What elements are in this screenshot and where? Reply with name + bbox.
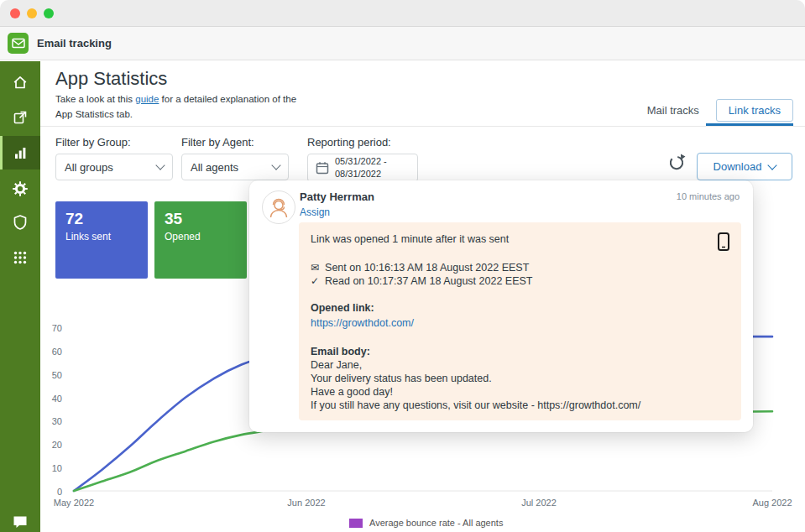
- minimize-window-button[interactable]: [27, 8, 37, 18]
- stat-value: 72: [65, 210, 138, 228]
- opened-link-label: Opened link:: [311, 301, 729, 315]
- stat-value: 35: [165, 210, 237, 228]
- zoom-window-button[interactable]: [44, 8, 54, 18]
- sidebar-item-security[interactable]: [0, 207, 40, 237]
- envelope-icon: [12, 38, 25, 49]
- filter-agent-label: Filter by Agent:: [181, 136, 254, 149]
- agent-select[interactable]: All agents: [181, 154, 289, 180]
- agent-select-value: All agents: [191, 161, 238, 174]
- chart-legend: Average bounce rate - All agents: [349, 518, 503, 528]
- reporting-period-value: 05/31/2022 - 08/31/2022: [335, 155, 402, 180]
- bar-chart-icon: [12, 144, 29, 161]
- download-button[interactable]: Download: [697, 153, 792, 180]
- status-text: Link was opened 1 minute after it was se…: [311, 232, 509, 246]
- refresh-button[interactable]: [667, 154, 686, 172]
- sidebar-item-settings[interactable]: [0, 174, 40, 204]
- filter-group-label: Filter by Group:: [55, 136, 131, 149]
- y-tick: 70: [52, 323, 62, 333]
- x-axis-label: May 2022: [54, 498, 94, 508]
- tab-link-tracks[interactable]: Link tracks: [716, 99, 793, 122]
- assign-link[interactable]: Assign: [300, 206, 330, 218]
- sent-text: Sent on 10:16:13 AM 18 August 2022 EEST: [325, 261, 529, 274]
- app-title: Email tracking: [37, 37, 112, 50]
- sidebar-item-feedback[interactable]: [0, 507, 40, 532]
- tracking-icon: [12, 109, 29, 126]
- email-body-line: Dear Jane,: [311, 358, 729, 372]
- email-body-label: Email body:: [311, 345, 729, 358]
- tab-mail-tracks[interactable]: Mail tracks: [640, 100, 706, 121]
- page-title: App Statistics: [55, 68, 167, 90]
- stat-label: Opened: [165, 231, 237, 243]
- shield-icon: [12, 214, 29, 231]
- check-icon: ✓: [311, 274, 319, 288]
- stat-card-links-sent: 72 Links sent: [55, 201, 148, 279]
- opened-link-url[interactable]: https://growthdot.com/: [311, 316, 729, 330]
- legend-label: Average bounce rate - All agents: [369, 518, 503, 528]
- support-agent-icon: [266, 195, 291, 220]
- tracking-details-box: Link was opened 1 minute after it was se…: [299, 222, 741, 420]
- reporting-period-input[interactable]: 05/31/2022 - 08/31/2022: [307, 154, 418, 182]
- y-tick: 10: [52, 463, 62, 473]
- y-tick: 30: [52, 416, 62, 426]
- timestamp: 10 minutes ago: [677, 191, 740, 201]
- reporting-period-label: Reporting period:: [307, 136, 391, 149]
- email-body-line: If you still have any questions, visit o…: [311, 399, 729, 412]
- chevron-down-icon: [155, 160, 165, 170]
- email-tracking-window: Email tracking: [0, 0, 805, 532]
- chevron-down-icon: [768, 160, 777, 170]
- y-tick: 40: [52, 394, 62, 404]
- chevron-down-icon: [271, 160, 280, 170]
- group-select-value: All groups: [65, 161, 113, 174]
- apps-grid-icon: [12, 249, 29, 266]
- sidebar-item-home[interactable]: [0, 67, 40, 97]
- chat-icon: [12, 514, 29, 530]
- page-subtitle: Take a look at this guide for a detailed…: [55, 92, 304, 123]
- sidebar-item-apps[interactable]: [0, 243, 40, 273]
- email-body-line: Your delivery status has been updated.: [311, 372, 729, 385]
- stat-label: Links sent: [65, 231, 138, 243]
- email-body-line: Have a good day!: [311, 385, 729, 399]
- envelope-icon: ✉: [311, 261, 319, 274]
- legend-swatch: [349, 519, 363, 528]
- tracks-tabs: Mail tracks Link tracks: [640, 99, 793, 122]
- stat-card-opened: 35 Opened: [154, 201, 247, 279]
- close-window-button[interactable]: [10, 8, 20, 18]
- window-titlebar: [0, 0, 805, 27]
- avatar: [262, 190, 295, 224]
- header-divider: [40, 126, 805, 127]
- read-text: Read on 10:17:37 AM 18 August 2022 EEST: [325, 274, 532, 288]
- sidebar: [0, 61, 40, 532]
- app-header: Email tracking: [0, 27, 805, 60]
- subtitle-text: Take a look at this: [55, 94, 135, 104]
- y-tick: 0: [57, 487, 62, 497]
- x-axis-label: Jul 2022: [521, 498, 557, 508]
- home-icon: [12, 74, 29, 91]
- y-axis-ticks: 70 60 50 40 30 20 10 0: [42, 323, 62, 497]
- app-logo: [8, 33, 29, 54]
- refresh-icon: [667, 154, 686, 172]
- author-name: Patty Herrman: [300, 190, 374, 203]
- y-tick: 50: [52, 370, 62, 380]
- phone-icon: [718, 232, 729, 251]
- download-button-label: Download: [714, 160, 762, 173]
- y-tick: 20: [52, 440, 62, 450]
- tracking-detail-popup: Patty Herrman Assign 10 minutes ago Link…: [249, 180, 753, 432]
- group-select[interactable]: All groups: [55, 154, 173, 180]
- calendar-icon: [316, 161, 329, 175]
- x-axis-label: Jun 2022: [287, 498, 325, 508]
- sidebar-item-statistics[interactable]: [0, 136, 40, 170]
- sidebar-item-tracking[interactable]: [0, 102, 40, 133]
- x-axis-label: Aug 2022: [752, 498, 792, 508]
- y-tick: 60: [52, 347, 62, 357]
- gear-icon: [12, 180, 29, 197]
- guide-link[interactable]: guide: [135, 94, 159, 104]
